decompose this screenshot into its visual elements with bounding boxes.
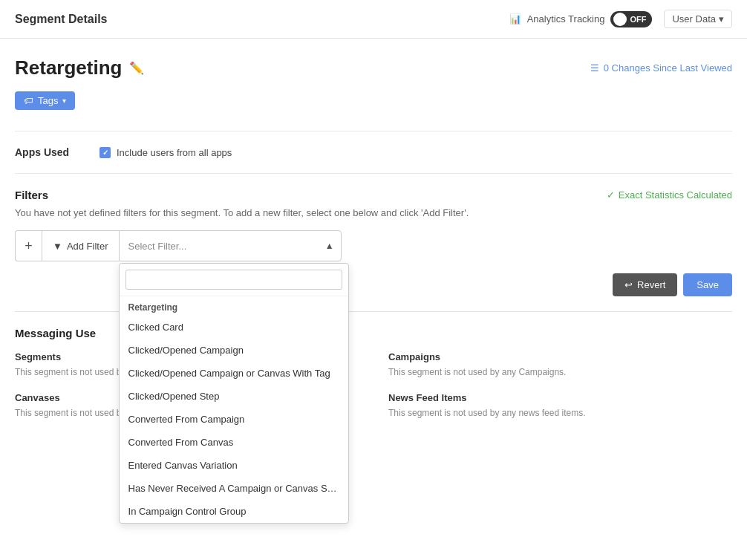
tags-button[interactable]: 🏷 Tags ▾ [15, 91, 75, 110]
dropdown-item-converted-from-canvas[interactable]: Converted From Canvas [120, 431, 348, 454]
dropdown-scroll[interactable]: Retargeting Clicked Card Clicked/Opened … [120, 296, 348, 523]
include-all-apps-checkbox-wrap[interactable]: ✓ Include users from all apps [100, 147, 232, 158]
nav-right: 📊 Analytics Tracking OFF User Data ▾ [509, 10, 732, 28]
page-header: Retargeting ✏️ ☰ 0 Changes Since Last Vi… [15, 56, 732, 79]
dropdown-item-in-campaign-control-group[interactable]: In Campaign Control Group [120, 500, 348, 523]
tag-icon: 🏷 [24, 95, 33, 106]
campaigns-desc: This segment is not used by any Campaign… [388, 367, 732, 377]
exact-stats-label: Exact Statistics Calculated [619, 189, 732, 201]
user-data-label: User Data [672, 13, 716, 25]
filters-header: Filters ✓ Exact Statistics Calculated [15, 189, 732, 201]
filter-icon: ▼ [53, 241, 62, 252]
dropdown-item-clicked-opened-step[interactable]: Clicked/Opened Step [120, 385, 348, 408]
revert-button[interactable]: ↩ Revert [613, 273, 677, 296]
check-icon: ✓ [102, 149, 108, 157]
save-label: Save [697, 279, 719, 290]
add-filter-button[interactable]: ▼ Add Filter [42, 230, 119, 261]
messaging-use-title: Messaging Use [15, 327, 96, 339]
section-divider-2 [15, 173, 732, 174]
dropdown-item-has-never-received[interactable]: Has Never Received A Campaign or Canvas … [120, 477, 348, 500]
filters-title: Filters [15, 189, 48, 201]
toggle-off-label: OFF [630, 15, 649, 24]
dropdown-item-clicked-opened-campaign[interactable]: Clicked/Opened Campaign [120, 339, 348, 362]
apps-used-label: Apps Used [15, 146, 82, 158]
analytics-bar-icon: 📊 [509, 13, 521, 25]
dropdown-search-input[interactable] [125, 270, 342, 290]
section-divider-1 [15, 131, 732, 131]
dropdown-item-clicked-opened-campaign-canvas-tag[interactable]: Clicked/Opened Campaign or Canvas With T… [120, 362, 348, 385]
nav-title: Segment Details [15, 13, 107, 26]
checkmark-icon: ✓ [607, 189, 615, 201]
dropdown-item-converted-from-campaign[interactable]: Converted From Campaign [120, 408, 348, 431]
news-feed-desc: This segment is not used by any news fee… [388, 408, 732, 418]
analytics-toggle[interactable]: OFF [610, 11, 652, 27]
checkbox-blue[interactable]: ✓ [100, 147, 111, 158]
news-feed-section: News Feed Items This segment is not used… [388, 392, 732, 418]
page-title: Retargeting [15, 56, 122, 79]
tags-label: Tags [38, 95, 58, 106]
filter-select-wrap: Select Filter... ▲ Retargeting Clicked C… [119, 230, 342, 261]
exact-stats-section: ✓ Exact Statistics Calculated [607, 189, 732, 201]
changes-since-last-viewed-link[interactable]: ☰ 0 Changes Since Last Viewed [590, 62, 732, 74]
apps-used-row: Apps Used ✓ Include users from all apps [15, 146, 732, 158]
main-content: Retargeting ✏️ ☰ 0 Changes Since Last Vi… [0, 39, 747, 560]
campaigns-title: Campaigns [388, 351, 732, 362]
add-filter-label: Add Filter [67, 241, 108, 252]
edit-icon[interactable]: ✏️ [129, 61, 144, 75]
filters-description: You have not yet defined filters for thi… [15, 207, 732, 218]
tags-chevron-icon: ▾ [62, 97, 66, 105]
filter-select[interactable]: Select Filter... [119, 230, 342, 261]
filter-row: + ▼ Add Filter Select Filter... ▲ Retarg… [15, 230, 732, 261]
changes-label: 0 Changes Since Last Viewed [604, 62, 732, 74]
dropdown-group-label: Retargeting [120, 296, 348, 316]
list-icon: ☰ [590, 62, 599, 74]
news-feed-title: News Feed Items [388, 392, 732, 403]
user-data-button[interactable]: User Data ▾ [664, 10, 732, 28]
analytics-tracking-section: 📊 Analytics Tracking OFF [509, 11, 653, 27]
page-title-wrap: Retargeting ✏️ [15, 56, 144, 79]
campaigns-section: Campaigns This segment is not used by an… [388, 351, 732, 377]
save-button[interactable]: Save [683, 273, 732, 296]
user-data-chevron-icon: ▾ [719, 13, 724, 25]
dropdown-item-clicked-card[interactable]: Clicked Card [120, 316, 348, 339]
analytics-tracking-label: Analytics Tracking [527, 13, 605, 25]
dropdown-item-entered-canvas-variation[interactable]: Entered Canvas Variation [120, 454, 348, 477]
revert-icon: ↩ [624, 279, 633, 290]
include-all-apps-label: Include users from all apps [117, 147, 232, 158]
revert-label: Revert [637, 279, 665, 290]
top-nav: Segment Details 📊 Analytics Tracking OFF… [0, 0, 747, 39]
toggle-circle [613, 13, 627, 26]
add-filter-plus-button[interactable]: + [15, 230, 42, 261]
dropdown-search-wrap [120, 264, 348, 296]
filter-dropdown: Retargeting Clicked Card Clicked/Opened … [119, 263, 349, 524]
